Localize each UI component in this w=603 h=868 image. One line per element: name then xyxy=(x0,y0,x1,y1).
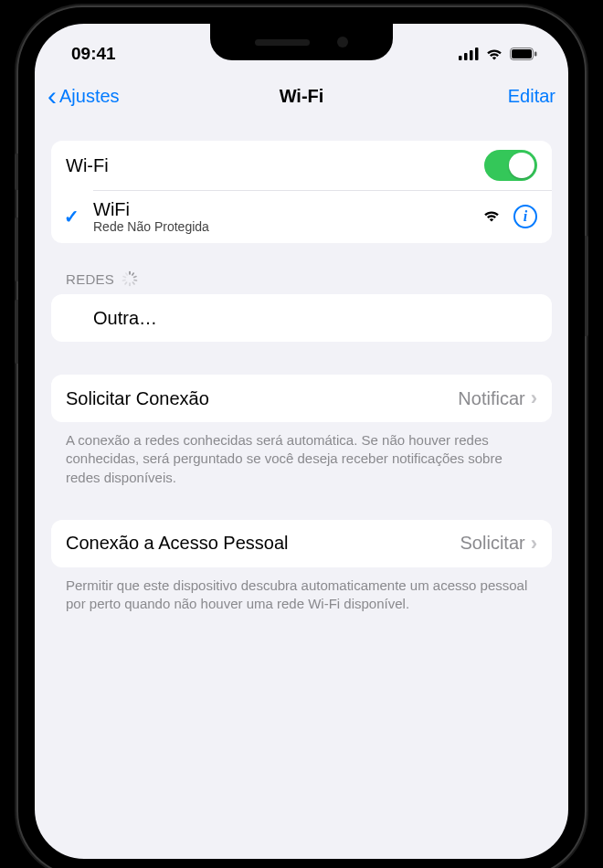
wifi-signal-icon xyxy=(482,208,501,226)
cellular-signal-icon xyxy=(459,48,479,60)
svg-rect-1 xyxy=(464,53,468,60)
chevron-left-icon: ‹ xyxy=(48,88,57,104)
svg-line-15 xyxy=(123,277,125,278)
mute-switch xyxy=(15,153,18,190)
svg-line-10 xyxy=(134,281,137,281)
ask-to-join-label: Solicitar Conexão xyxy=(66,388,458,409)
wifi-toggle-switch[interactable] xyxy=(484,150,537,181)
chevron-right-icon: › xyxy=(531,386,537,410)
front-camera xyxy=(337,37,348,48)
ask-to-join-row[interactable]: Solicitar Conexão Notificar › xyxy=(51,375,552,422)
edit-button[interactable]: Editar xyxy=(508,86,555,107)
wifi-icon xyxy=(485,48,503,60)
hotspot-group: Conexão a Acesso Pessoal Solicitar › xyxy=(51,520,552,567)
svg-line-9 xyxy=(134,277,136,278)
svg-line-8 xyxy=(132,273,133,275)
battery-icon xyxy=(510,48,537,60)
back-button[interactable]: ‹ Ajustes xyxy=(48,86,120,107)
svg-line-11 xyxy=(133,282,135,284)
hotspot-label: Conexão a Acesso Pessoal xyxy=(66,533,460,554)
svg-rect-2 xyxy=(470,50,473,60)
ask-to-join-footer: A conexão a redes conhecidas será automá… xyxy=(51,422,552,487)
back-label: Ajustes xyxy=(59,86,120,107)
svg-rect-0 xyxy=(459,56,462,60)
screen: 09:41 ‹ Ajustes Wi-Fi Editar xyxy=(35,24,568,859)
svg-rect-5 xyxy=(512,49,532,58)
wifi-toggle-row: Wi-Fi xyxy=(51,141,552,190)
wifi-toggle-group: Wi-Fi ✓ WiFi Rede Não Protegida i xyxy=(51,141,552,243)
status-indicators xyxy=(459,48,537,60)
other-network-label: Outra… xyxy=(93,308,537,329)
navigation-bar: ‹ Ajustes Wi-Fi Editar xyxy=(35,73,568,119)
checkmark-icon: ✓ xyxy=(64,206,79,228)
info-icon[interactable]: i xyxy=(513,205,537,228)
other-network-row[interactable]: Outra… xyxy=(51,294,552,342)
current-network-row[interactable]: ✓ WiFi Rede Não Protegida i xyxy=(51,190,552,243)
volume-up-button xyxy=(15,217,18,281)
page-title: Wi-Fi xyxy=(280,86,324,107)
svg-rect-3 xyxy=(475,48,479,60)
hotspot-footer: Permitir que este dispositivo descubra a… xyxy=(51,567,552,614)
hotspot-value: Solicitar xyxy=(460,533,525,554)
ask-to-join-group: Solicitar Conexão Notificar › xyxy=(51,375,552,422)
networks-section-header: REDES xyxy=(51,270,552,294)
power-button xyxy=(585,236,588,336)
hotspot-row[interactable]: Conexão a Acesso Pessoal Solicitar › xyxy=(51,520,552,567)
svg-line-13 xyxy=(125,282,127,284)
content: Wi-Fi ✓ WiFi Rede Não Protegida i xyxy=(35,141,568,613)
status-time: 09:41 xyxy=(71,44,116,64)
wifi-toggle-label: Wi-Fi xyxy=(66,155,484,176)
volume-down-button xyxy=(15,300,18,364)
svg-line-16 xyxy=(126,273,127,275)
current-network-subtitle: Rede Não Protegida xyxy=(93,219,482,234)
notch xyxy=(210,24,393,60)
phone-frame: 09:41 ‹ Ajustes Wi-Fi Editar xyxy=(18,7,585,868)
loading-spinner-icon xyxy=(122,270,138,287)
chevron-right-icon: › xyxy=(531,532,537,556)
networks-group: Outra… xyxy=(51,294,552,342)
networks-header-label: REDES xyxy=(66,271,114,287)
speaker xyxy=(255,39,310,46)
svg-rect-6 xyxy=(534,52,537,57)
current-network-name: WiFi xyxy=(93,199,482,219)
ask-to-join-value: Notificar xyxy=(458,388,524,409)
svg-line-14 xyxy=(123,281,126,281)
